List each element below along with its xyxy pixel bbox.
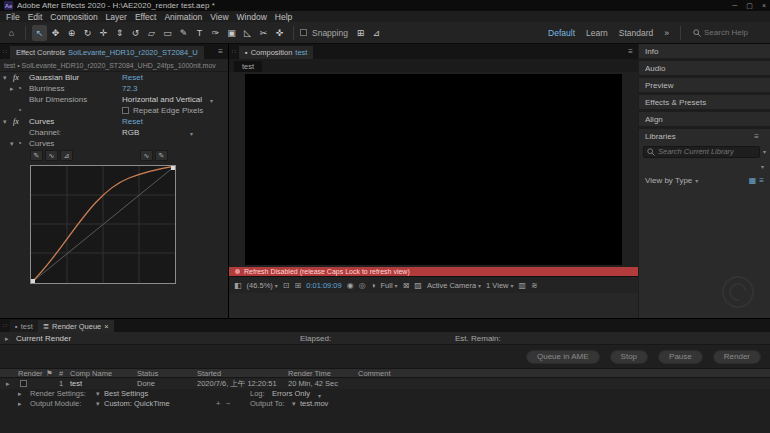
panel-align[interactable]: Align xyxy=(639,112,770,126)
curves-auto-icon[interactable]: ✎ xyxy=(155,150,168,161)
queue-item-row[interactable]: ▸ 1 test Done 2020/7/6, 上午 12:20:51 20 M… xyxy=(0,378,770,389)
curves-smooth-icon[interactable]: ∿ xyxy=(140,150,153,161)
channel-dropdown[interactable]: RGB xyxy=(122,127,139,138)
chevron-down-icon[interactable]: ▾ xyxy=(763,148,766,155)
twirl-open-icon[interactable]: ▾ xyxy=(3,72,7,83)
stopwatch-icon[interactable]: ◔ xyxy=(17,105,22,116)
column-status[interactable]: Status xyxy=(137,369,158,378)
repeat-edge-pixels-checkbox[interactable] xyxy=(122,107,129,114)
render-settings-value[interactable]: Best Settings xyxy=(104,389,148,399)
rotation-tool-icon[interactable]: ↺ xyxy=(128,25,143,41)
popup-icon[interactable]: ▾ xyxy=(96,399,100,409)
render-queue-tab[interactable]: ≣ Render Queue × xyxy=(38,320,114,332)
workspace-standard[interactable]: Standard xyxy=(614,28,659,38)
pixel-aspect-icon[interactable]: ▥ xyxy=(519,281,527,290)
flag-column-icon[interactable]: ⚑ xyxy=(46,369,53,378)
panel-grip-icon[interactable]: ∷ xyxy=(0,319,10,332)
timeline-tab-test[interactable]: ▪ test xyxy=(10,320,38,332)
twirl-closed-icon[interactable]: ▸ xyxy=(5,332,9,345)
curves-graph[interactable] xyxy=(30,165,176,284)
transparency-grid-icon[interactable]: ▨ xyxy=(414,281,422,290)
twirl-open-icon[interactable]: ▾ xyxy=(3,116,7,127)
twirl-closed-icon[interactable]: ▸ xyxy=(18,399,22,409)
grid-view-icon[interactable]: ▦ xyxy=(749,176,757,185)
popup-icon[interactable]: ▾ xyxy=(292,399,296,409)
menu-view[interactable]: View xyxy=(206,12,232,22)
current-time-display[interactable]: 0:01:09:09 xyxy=(306,281,341,290)
resolution-dropdown[interactable]: Full ▾ xyxy=(381,281,398,290)
snapshot-icon[interactable]: ◉ xyxy=(347,281,354,290)
chevron-down-icon[interactable]: ▾ xyxy=(761,163,764,170)
twirl-closed-icon[interactable]: ▸ xyxy=(10,83,14,94)
curves-point-tool-icon[interactable]: ⊿ xyxy=(60,150,73,161)
type-tool-icon[interactable]: T xyxy=(192,25,207,41)
composition-viewport[interactable] xyxy=(245,74,622,265)
grid-guides-icon[interactable]: ⊞ xyxy=(295,281,302,290)
zoom-tool-icon[interactable]: ⊕ xyxy=(64,25,79,41)
pan-camera-tool-icon[interactable]: ✛ xyxy=(96,25,111,41)
roto-brush-tool-icon[interactable]: ✂ xyxy=(256,25,271,41)
panel-grip-icon[interactable]: ∷ xyxy=(0,44,10,59)
blurriness-value[interactable]: 72.3 xyxy=(122,83,138,94)
pause-button[interactable]: Pause xyxy=(658,350,703,364)
workspace-default[interactable]: Default xyxy=(543,28,580,38)
remove-output-module-icon[interactable]: − xyxy=(226,399,230,409)
composition-tab[interactable]: ▪ Composition test xyxy=(239,46,313,59)
effect-controls-tab[interactable]: Effect Controls SolLevante_HDR10_r2020_S… xyxy=(10,46,204,59)
dolly-camera-tool-icon[interactable]: ⇕ xyxy=(112,25,127,41)
fx-badge-icon[interactable]: fx xyxy=(13,72,19,83)
hand-tool-icon[interactable]: ✥ xyxy=(48,25,63,41)
menu-animation[interactable]: Animation xyxy=(160,12,206,22)
menu-composition[interactable]: Composition xyxy=(46,12,101,22)
blur-dimensions-dropdown[interactable]: Horizontal and Vertical xyxy=(122,94,202,105)
fast-previews-icon[interactable]: ≋ xyxy=(531,281,538,290)
orbit-camera-tool-icon[interactable]: ↻ xyxy=(80,25,95,41)
effect-name-curves[interactable]: Curves xyxy=(29,116,54,127)
home-tool-icon[interactable]: ⌂ xyxy=(4,25,19,41)
list-view-icon[interactable]: ≡ xyxy=(759,176,764,185)
view-layout-dropdown[interactable]: 1 View ▾ xyxy=(486,281,513,290)
curves-bezier-tool-icon[interactable]: ∿ xyxy=(45,150,58,161)
maximize-icon[interactable]: ▢ xyxy=(746,2,753,10)
minimize-icon[interactable]: ─ xyxy=(732,2,737,10)
stopwatch-icon[interactable]: ◔ xyxy=(17,138,22,149)
stop-button[interactable]: Stop xyxy=(610,350,648,364)
column-comment[interactable]: Comment xyxy=(358,369,391,378)
workspace-learn[interactable]: Learn xyxy=(581,28,613,38)
snap-grid-icon[interactable]: ⊞ xyxy=(353,25,368,41)
column-comp-name[interactable]: Comp Name xyxy=(70,369,112,378)
view-by-type-label[interactable]: View by Type xyxy=(645,176,692,185)
shape-tool-icon[interactable]: ▭ xyxy=(160,25,175,41)
column-render[interactable]: Render xyxy=(18,369,43,378)
effect-name-gaussian-blur[interactable]: Gaussian Blur xyxy=(29,72,79,83)
panel-menu-icon[interactable]: ≡ xyxy=(749,132,764,141)
column-render-time[interactable]: Render Time xyxy=(288,369,331,378)
camera-dropdown[interactable]: Active Camera ▾ xyxy=(427,281,481,290)
menu-effect[interactable]: Effect xyxy=(131,12,161,22)
twirl-open-icon[interactable]: ▾ xyxy=(10,138,14,149)
region-of-interest-icon[interactable]: ⊠ xyxy=(403,281,410,290)
panel-effects-presets[interactable]: Effects & Presets xyxy=(639,95,770,109)
log-dropdown[interactable]: Errors Only xyxy=(272,389,310,399)
menu-file[interactable]: File xyxy=(2,12,24,22)
brush-tool-icon[interactable]: ✑ xyxy=(208,25,223,41)
panel-preview[interactable]: Preview xyxy=(639,78,770,92)
libraries-header[interactable]: Libraries ≡ xyxy=(639,129,770,143)
show-snapshot-icon[interactable]: ◎ xyxy=(359,281,366,290)
snapping-checkbox[interactable] xyxy=(300,29,307,36)
output-module-value[interactable]: Custom: QuickTime xyxy=(104,399,170,409)
workspace-overflow-icon[interactable]: » xyxy=(659,28,674,38)
puppet-pin-tool-icon[interactable]: ✜ xyxy=(272,25,287,41)
add-output-module-icon[interactable]: + xyxy=(216,399,220,409)
tab-close-icon[interactable]: × xyxy=(104,322,108,331)
fx-badge-icon[interactable]: fx xyxy=(13,116,19,127)
show-channel-icon[interactable]: ◑ xyxy=(371,281,376,290)
reset-link[interactable]: Reset xyxy=(122,116,143,127)
panel-grip-icon[interactable]: ∷ xyxy=(229,44,239,59)
twirl-closed-icon[interactable]: ▸ xyxy=(6,378,10,389)
panel-info[interactable]: Info xyxy=(639,44,770,58)
panel-audio[interactable]: Audio xyxy=(639,61,770,75)
help-search-input[interactable] xyxy=(704,28,762,37)
render-button[interactable]: Render xyxy=(713,350,761,364)
render-item-checkbox[interactable] xyxy=(20,380,27,387)
